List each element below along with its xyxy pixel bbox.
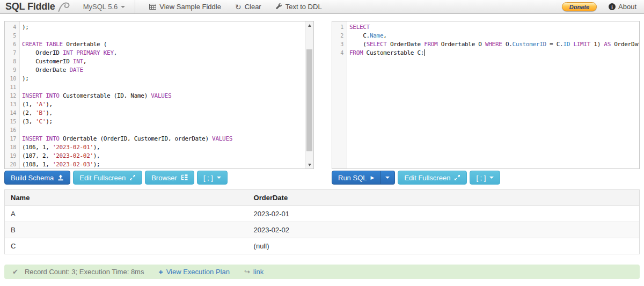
scroll-up-arrow[interactable] xyxy=(305,21,313,29)
line-number: 8 xyxy=(5,57,19,66)
schema-editor-scrollbar[interactable] xyxy=(305,21,313,168)
code-line: 8 CustomerID INT, xyxy=(5,57,313,66)
execution-summary: Record Count: 3; Execution Time: 8ms xyxy=(25,268,144,276)
view-sample-fiddle-link[interactable]: View Sample Fiddle xyxy=(149,3,221,11)
code-line: 4); xyxy=(5,23,313,32)
build-schema-label: Build Schema xyxy=(11,174,54,182)
run-sql-dropdown-toggle[interactable] xyxy=(380,171,395,185)
results-table: Name OrderDate A2023-02-01B2023-02-02C(n… xyxy=(4,189,640,254)
query-terminator-dropdown[interactable]: [ ; ] xyxy=(470,171,500,185)
view-sample-fiddle-label: View Sample Fiddle xyxy=(159,3,221,11)
line-number: 11 xyxy=(5,83,19,92)
browser-button[interactable]: Browser xyxy=(145,171,194,185)
navbar-divider xyxy=(135,0,135,13)
edit-fullscreen-label: Edit Fullscreen xyxy=(79,174,126,182)
code-line: 12INSERT INTO Customerstable (ID, Name) … xyxy=(5,92,313,100)
view-execution-plan-label: View Execution Plan xyxy=(166,268,230,276)
database-version-dropdown[interactable]: MySQL 5.6 xyxy=(83,3,126,11)
line-number: 4 xyxy=(332,49,347,57)
query-toolbar: Run SQL ▶ Edit Fullscreen [ ; ] xyxy=(332,171,640,185)
line-number: 3 xyxy=(332,40,347,49)
code-line: 14(2, 'B'), xyxy=(5,109,313,118)
schema-editor[interactable]: 4);56CREATE TABLE Ordertable (7 OrderID … xyxy=(4,21,314,169)
table-cell: 2023-02-01 xyxy=(248,206,640,222)
line-number: 2 xyxy=(332,32,347,40)
top-navbar: SQL Fiddle MySQL 5.6 View Sample Fiddle … xyxy=(0,0,644,14)
donate-button[interactable]: Donate xyxy=(562,2,597,11)
run-sql-button[interactable]: Run SQL ▶ xyxy=(332,171,380,185)
line-number: 16 xyxy=(5,126,19,135)
schema-edit-fullscreen-button[interactable]: Edit Fullscreen xyxy=(73,171,142,185)
line-number: 5 xyxy=(5,32,19,40)
line-number: 4 xyxy=(5,23,19,32)
table-cell: 2023-02-02 xyxy=(248,222,640,238)
line-number: 6 xyxy=(5,40,19,49)
query-editor[interactable]: 1SELECT2 C.Name,3 (SELECT OrderDate FROM… xyxy=(332,21,640,169)
line-number: 7 xyxy=(5,49,19,57)
app-title: SQL Fiddle xyxy=(5,1,55,12)
fern-logo-icon xyxy=(57,2,70,12)
line-number: 13 xyxy=(5,100,19,109)
chevron-down-icon xyxy=(489,177,494,179)
terminator-label: [ ; ] xyxy=(476,174,486,182)
code-line: 11 xyxy=(5,83,313,92)
text-to-ddl-link[interactable]: Text to DDL xyxy=(275,3,322,11)
scroll-down-arrow[interactable] xyxy=(305,161,313,168)
line-number: 10 xyxy=(5,75,19,83)
code-line: 20(108, 1, '2023-02-03'); xyxy=(5,160,313,169)
terminator-label: [ ; ] xyxy=(203,174,213,182)
wrench-icon xyxy=(275,3,282,11)
line-number: 1 xyxy=(332,23,347,32)
info-icon: i xyxy=(609,3,616,10)
column-header-name: Name xyxy=(5,190,248,206)
code-line: 19(107, 2, '2023-02-02'), xyxy=(5,152,313,160)
about-link[interactable]: i About xyxy=(609,3,636,11)
run-sql-label: Run SQL xyxy=(338,174,367,182)
about-label: About xyxy=(618,3,636,11)
code-line: 3 (SELECT OrderDate FROM Ordertable O WH… xyxy=(332,40,639,49)
share-link-label: link xyxy=(253,268,264,276)
table-cell: A xyxy=(5,206,248,222)
table-row: C(null) xyxy=(5,238,640,254)
scrollbar-thumb[interactable] xyxy=(306,49,312,151)
line-number: 17 xyxy=(5,135,19,143)
share-arrow-icon: ↪ xyxy=(244,268,250,276)
donate-label: Donate xyxy=(569,4,589,10)
line-number: 9 xyxy=(5,66,19,75)
clear-label: Clear xyxy=(245,3,261,11)
fullscreen-icon xyxy=(129,174,136,181)
code-line: 18(106, 1, '2023-02-01'), xyxy=(5,143,313,152)
share-link[interactable]: ↪ link xyxy=(244,268,264,276)
code-line: 17INSERT INTO Ordertable (OrderID, Custo… xyxy=(5,135,313,143)
table-row: B2023-02-02 xyxy=(5,222,640,238)
chevron-down-icon xyxy=(217,177,221,179)
line-number: 14 xyxy=(5,109,19,118)
chevron-down-icon xyxy=(385,177,390,179)
code-line: 9 OrderDate DATE xyxy=(5,66,313,75)
results-table-body: A2023-02-01B2023-02-02C(null) xyxy=(5,206,640,254)
code-line: 15(3, 'C'); xyxy=(5,118,313,126)
edit-fullscreen-label: Edit Fullscreen xyxy=(404,174,450,182)
schema-terminator-dropdown[interactable]: [ ; ] xyxy=(197,171,228,185)
chevron-down-icon xyxy=(121,6,125,8)
table-icon xyxy=(149,3,156,11)
clear-link[interactable]: ↻ Clear xyxy=(235,3,261,11)
query-edit-fullscreen-button[interactable]: Edit Fullscreen xyxy=(398,171,467,185)
schema-editor-code[interactable]: 4);56CREATE TABLE Ordertable (7 OrderID … xyxy=(5,21,313,169)
query-editor-code[interactable]: 1SELECT2 C.Name,3 (SELECT OrderDate FROM… xyxy=(332,21,639,57)
code-line: 6CREATE TABLE Ordertable ( xyxy=(5,40,313,49)
build-schema-button[interactable]: Build Schema xyxy=(4,171,70,185)
code-line: 7 OrderID INT PRIMARY KEY, xyxy=(5,49,313,57)
run-sql-split-button: Run SQL ▶ xyxy=(332,171,395,185)
code-line: 2 C.Name, xyxy=(332,32,639,40)
table-cell: B xyxy=(5,222,248,238)
code-line: 5 xyxy=(5,32,313,40)
results-header-row: Name OrderDate xyxy=(5,190,640,206)
code-line: 4FROM Customerstable C; xyxy=(332,49,639,57)
line-number: 19 xyxy=(5,152,19,160)
view-execution-plan-link[interactable]: + View Execution Plan xyxy=(158,268,229,276)
app-logo[interactable]: SQL Fiddle xyxy=(5,1,70,12)
text-cursor xyxy=(424,49,425,56)
table-row: A2023-02-01 xyxy=(5,206,640,222)
schema-toolbar: Build Schema Edit Fullscreen Browser [ ;… xyxy=(4,171,314,185)
